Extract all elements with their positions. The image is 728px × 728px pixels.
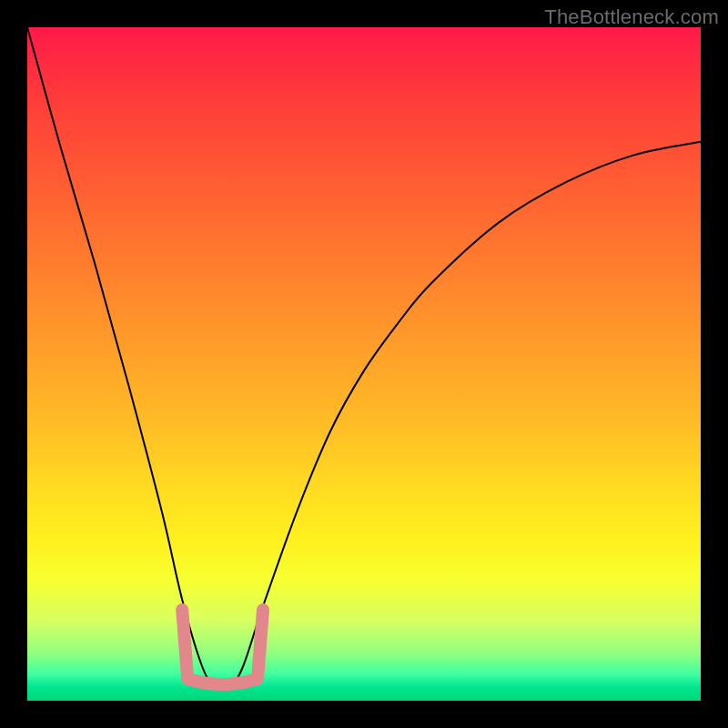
watermark-text: TheBottleneck.com [544,5,719,29]
bottleneck-curve [27,27,701,690]
chart-svg [27,27,701,701]
optimal-range-left [182,610,187,679]
optimal-range-bottom [187,679,258,684]
plot-area [27,27,701,701]
optimal-range-right [258,610,263,679]
